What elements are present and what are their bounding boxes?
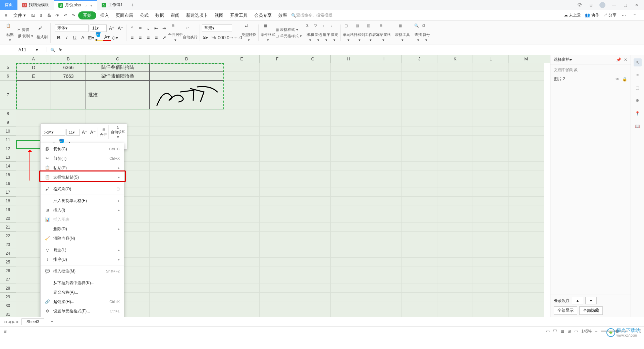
cell[interactable]: E xyxy=(16,72,51,81)
cell[interactable] xyxy=(260,275,295,284)
eye-icon[interactable]: 👁 xyxy=(615,77,620,82)
cell[interactable] xyxy=(150,118,224,127)
cell[interactable] xyxy=(260,266,295,275)
cell[interactable] xyxy=(260,249,295,258)
cell[interactable] xyxy=(437,72,473,81)
cell[interactable] xyxy=(473,293,508,301)
cell[interactable] xyxy=(331,179,366,188)
row-header[interactable]: 7 xyxy=(0,81,16,109)
cell[interactable] xyxy=(366,249,402,258)
tab-file-2[interactable]: S 工作簿1 xyxy=(97,0,127,10)
cell[interactable] xyxy=(150,293,224,301)
row-header[interactable]: 25 xyxy=(0,258,16,266)
row-header[interactable]: 12 xyxy=(0,144,16,153)
save-as-icon[interactable]: 🗎 xyxy=(38,12,45,19)
mini-font[interactable]: 宋体▾ xyxy=(42,129,65,136)
underline-button[interactable]: U xyxy=(71,34,78,41)
cell[interactable] xyxy=(473,63,508,72)
cell[interactable] xyxy=(366,153,402,162)
cell[interactable] xyxy=(508,162,544,170)
more-icon[interactable]: ⋯ xyxy=(621,12,627,19)
menu-insert[interactable]: 插入 xyxy=(98,12,112,18)
cell[interactable] xyxy=(224,214,260,223)
cell[interactable] xyxy=(402,144,437,153)
row-header[interactable]: 6 xyxy=(0,72,16,81)
col-header[interactable]: A xyxy=(16,55,51,63)
menu-start[interactable]: 开始 xyxy=(78,11,96,19)
cell[interactable] xyxy=(437,136,473,144)
sheet-nav-next[interactable]: ▶ xyxy=(12,319,15,324)
cell[interactable] xyxy=(150,275,224,284)
align-left[interactable]: ≡ xyxy=(128,34,136,41)
cell[interactable] xyxy=(473,301,508,310)
cell[interactable] xyxy=(508,127,544,136)
cell[interactable] xyxy=(224,144,260,153)
cell[interactable] xyxy=(402,301,437,310)
cell[interactable] xyxy=(473,275,508,284)
cell[interactable] xyxy=(331,232,366,240)
cell[interactable] xyxy=(224,136,260,144)
cell[interactable] xyxy=(402,266,437,275)
coop-button[interactable]: 👥 协作 xyxy=(585,12,599,18)
col-header[interactable]: E xyxy=(224,55,260,63)
cell[interactable] xyxy=(331,197,366,205)
cell[interactable] xyxy=(437,188,473,197)
cell[interactable] xyxy=(295,275,331,284)
cell[interactable] xyxy=(260,179,295,188)
ctx-define-name[interactable]: 定义名称(A)... xyxy=(41,288,124,297)
menu-view[interactable]: 视图 xyxy=(212,12,226,18)
format-painter-button[interactable]: 🖌格式刷 xyxy=(37,26,48,40)
filter-button[interactable]: ▽筛选▾ xyxy=(314,23,322,42)
side-icon-6[interactable]: 📖 xyxy=(634,122,642,130)
view-icon-1[interactable]: ▭ xyxy=(546,329,550,334)
side-icon-4[interactable]: ⚙ xyxy=(634,97,642,105)
col-header[interactable]: H xyxy=(331,55,366,63)
cell[interactable] xyxy=(437,197,473,205)
cell[interactable] xyxy=(473,188,508,197)
sheet-nav-last[interactable]: ⏭ xyxy=(15,319,19,324)
menu-review[interactable]: 审阅 xyxy=(168,12,182,18)
cell[interactable] xyxy=(224,179,260,188)
cell[interactable] xyxy=(331,310,366,317)
cell[interactable] xyxy=(508,153,544,162)
cell[interactable] xyxy=(366,310,402,317)
cell[interactable] xyxy=(402,293,437,301)
row-header[interactable]: 15 xyxy=(0,170,16,179)
ctx-copy[interactable]: 🗐复制(C)Ctrl+C xyxy=(41,144,124,154)
cell[interactable] xyxy=(150,205,224,214)
row-header[interactable]: 22 xyxy=(0,232,16,240)
cell[interactable] xyxy=(402,240,437,249)
cell[interactable] xyxy=(473,258,508,266)
cell[interactable] xyxy=(437,81,473,109)
cell[interactable] xyxy=(366,188,402,197)
select-pane-icon[interactable]: ↖ xyxy=(634,58,642,66)
cell[interactable] xyxy=(260,81,295,109)
cell[interactable] xyxy=(150,301,224,310)
cell[interactable] xyxy=(331,284,366,293)
send-backward[interactable]: ▼ xyxy=(585,297,597,304)
menu-page-layout[interactable]: 页面布局 xyxy=(113,12,136,18)
cell[interactable] xyxy=(366,118,402,127)
comma-button[interactable]: 000 xyxy=(218,34,225,41)
cell[interactable] xyxy=(260,284,295,293)
cell[interactable] xyxy=(508,63,544,72)
cell[interactable] xyxy=(295,63,331,72)
cell[interactable] xyxy=(224,223,260,232)
col-header[interactable]: F xyxy=(260,55,295,63)
cell[interactable] xyxy=(402,127,437,136)
cell[interactable] xyxy=(508,136,544,144)
ctx-delete[interactable]: 删除(D)▸ xyxy=(41,224,124,234)
show-all-button[interactable]: 全部显示 xyxy=(554,306,577,315)
find-button[interactable]: 🔍查找▾ xyxy=(414,23,422,42)
strike-button[interactable]: A̶ xyxy=(79,34,87,41)
sheet-nav-first[interactable]: ⏮ xyxy=(3,319,7,324)
row-header[interactable]: 26 xyxy=(0,266,16,275)
menu-formula[interactable]: 公式 xyxy=(137,12,151,18)
align-top[interactable]: ⌃ xyxy=(128,24,136,32)
cell[interactable] xyxy=(331,109,366,118)
row-header[interactable]: 17 xyxy=(0,188,16,197)
cell[interactable]: 批准 xyxy=(86,81,150,109)
cell[interactable] xyxy=(260,301,295,310)
cell[interactable] xyxy=(366,275,402,284)
cell[interactable] xyxy=(473,144,508,153)
